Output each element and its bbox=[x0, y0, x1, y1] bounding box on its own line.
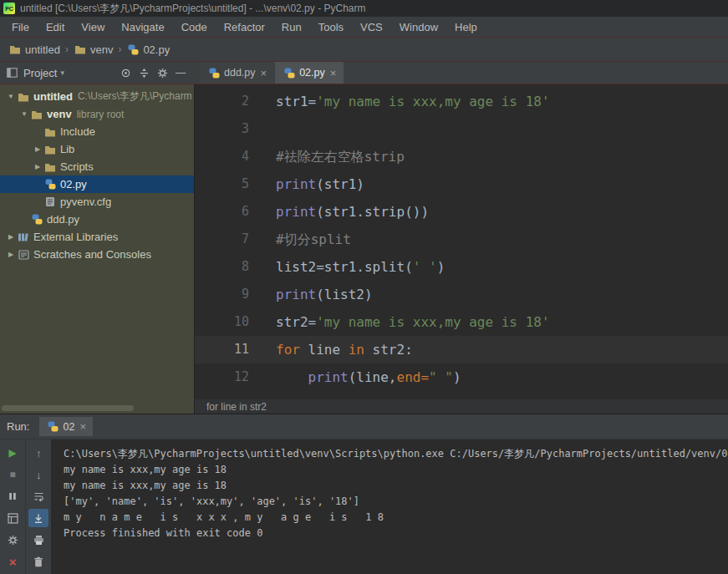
locate-file-button[interactable] bbox=[116, 64, 135, 81]
tree-item-pyvenv.cfg[interactable]: pyvenv.cfg bbox=[0, 193, 194, 211]
up-stack-trace-icon: ↑ bbox=[36, 448, 42, 459]
window-title: untitled [C:\Users\李梦凡\PycharmProjects\u… bbox=[20, 2, 365, 16]
down-stack-trace-button[interactable]: ↓ bbox=[28, 465, 48, 484]
code-line-7[interactable]: 7#切分split bbox=[195, 226, 728, 253]
tree-item-Scripts[interactable]: ▶Scripts bbox=[0, 158, 194, 175]
tree-item-ddd.py[interactable]: ddd.py bbox=[0, 211, 194, 228]
code-line-3[interactable]: 3 bbox=[195, 115, 728, 143]
console-line-4: ['my', 'name', 'is', 'xxx,my', 'age', 'i… bbox=[64, 494, 728, 510]
down-stack-trace-icon: ↓ bbox=[36, 470, 42, 480]
expand-arrow-icon[interactable]: ▶ bbox=[5, 233, 17, 241]
print-icon bbox=[32, 535, 45, 546]
line-number: 7 bbox=[195, 226, 266, 253]
tree-item-Scratches and Consoles[interactable]: ▶Scratches and Consoles bbox=[0, 246, 194, 263]
editor-tab-bar: ddd.py×02.py× bbox=[195, 62, 728, 84]
expand-arrow-icon[interactable]: ▶ bbox=[32, 145, 43, 153]
pause-output-icon bbox=[6, 491, 19, 501]
menu-code[interactable]: Code bbox=[173, 21, 216, 33]
expand-arrow-icon[interactable]: ▼ bbox=[18, 110, 30, 118]
line-number: 11 bbox=[195, 336, 266, 363]
editor-tab-ddd.py[interactable]: ddd.py× bbox=[200, 62, 274, 84]
stop-button[interactable]: ■ bbox=[3, 465, 23, 484]
folder-icon bbox=[43, 162, 57, 172]
scroll-to-end-button[interactable] bbox=[28, 509, 48, 527]
code-text: #切分split bbox=[266, 226, 351, 253]
code-line-5[interactable]: 5print(str1) bbox=[195, 170, 728, 198]
close-run-tab-icon[interactable]: × bbox=[79, 420, 86, 433]
breadcrumb-label: venv bbox=[90, 43, 113, 56]
menu-window[interactable]: Window bbox=[391, 21, 446, 33]
settings-gear-button[interactable] bbox=[153, 64, 171, 81]
expand-arrow-icon[interactable]: ▶ bbox=[5, 251, 17, 258]
code-line-11[interactable]: 11for line in str2: bbox=[195, 336, 728, 363]
code-line-10[interactable]: 10str2='my name is xxx,my age is 18' bbox=[195, 308, 728, 336]
code-line-12[interactable]: 12 print(line,end=" ") bbox=[195, 363, 728, 391]
rerun-icon: ▶ bbox=[9, 448, 17, 458]
run-tab-02[interactable]: 02 × bbox=[39, 417, 93, 436]
folder-icon bbox=[43, 145, 57, 155]
up-stack-trace-button[interactable]: ↑ bbox=[28, 444, 48, 462]
pycharm-logo-icon: PC bbox=[3, 3, 15, 14]
project-panel-header: Project ▾ — bbox=[0, 62, 195, 84]
clear-all-button[interactable] bbox=[28, 552, 48, 571]
breadcrumb-02.py[interactable]: 02.py bbox=[126, 43, 170, 56]
close-tab-icon[interactable]: × bbox=[330, 67, 337, 79]
menu-vcs[interactable]: VCS bbox=[352, 21, 391, 33]
tree-item-Include[interactable]: Include bbox=[0, 123, 194, 140]
folder-icon bbox=[8, 44, 22, 54]
tree-item-untitled[interactable]: ▼untitledC:\Users\李梦凡\Pycharm bbox=[0, 88, 194, 105]
run-body: ▶■× ↑↓ C:\Users\李梦凡\PycharmProjects\unti… bbox=[0, 439, 728, 574]
menu-edit[interactable]: Edit bbox=[38, 21, 73, 33]
tree-item-label: Lib bbox=[60, 143, 74, 155]
menu-view[interactable]: View bbox=[73, 21, 113, 33]
rerun-button[interactable]: ▶ bbox=[3, 444, 23, 462]
code-line-4[interactable]: 4#祛除左右空格strip bbox=[195, 143, 728, 170]
code-text: print(str1) bbox=[266, 170, 364, 198]
code-line-9[interactable]: 9print(list2) bbox=[195, 281, 728, 308]
tree-item-venv[interactable]: ▼venvlibrary root bbox=[0, 105, 194, 123]
tree-item-Lib[interactable]: ▶Lib bbox=[0, 140, 194, 158]
hide-panel-button[interactable]: — bbox=[171, 64, 190, 81]
line-number: 8 bbox=[195, 253, 266, 281]
pause-output-button[interactable] bbox=[3, 487, 23, 505]
code-line-2[interactable]: 2str1='my name is xxx,my age is 18' bbox=[195, 88, 728, 115]
menu-refactor[interactable]: Refactor bbox=[216, 21, 273, 33]
console-output[interactable]: C:\Users\李梦凡\PycharmProjects\untitled\ve… bbox=[52, 439, 728, 574]
collapse-all-button[interactable] bbox=[135, 64, 153, 81]
code-line-6[interactable]: 6print(str1.strip()) bbox=[195, 198, 728, 226]
expand-arrow-icon[interactable]: ▼ bbox=[5, 93, 17, 100]
print-button[interactable] bbox=[28, 531, 48, 549]
main-area: ▼untitledC:\Users\李梦凡\Pycharm▼venvlibrar… bbox=[0, 84, 728, 414]
line-number: 6 bbox=[195, 198, 266, 226]
run-settings-icon bbox=[6, 535, 19, 546]
tree-item-External Libraries[interactable]: ▶External Libraries bbox=[0, 228, 194, 246]
breadcrumb-untitled[interactable]: untitled bbox=[8, 43, 60, 56]
tree-item-label: venv bbox=[47, 108, 72, 120]
scratches-icon bbox=[17, 250, 30, 260]
menu-navigate[interactable]: Navigate bbox=[113, 21, 172, 33]
chevron-down-icon[interactable]: ▾ bbox=[60, 69, 64, 77]
horizontal-scrollbar[interactable] bbox=[2, 405, 134, 411]
run-settings-button[interactable] bbox=[3, 531, 23, 549]
menu-tools[interactable]: Tools bbox=[310, 21, 352, 33]
menu-bar: FileEditViewNavigateCodeRefactorRunTools… bbox=[0, 17, 728, 38]
tree-item-02.py[interactable]: 02.py bbox=[0, 175, 194, 193]
folder-icon bbox=[30, 109, 43, 119]
menu-file[interactable]: File bbox=[3, 21, 38, 33]
restore-layout-button[interactable] bbox=[3, 509, 23, 527]
close-icon: × bbox=[9, 556, 17, 568]
close-tab-icon[interactable]: × bbox=[261, 67, 267, 79]
expand-arrow-icon[interactable]: ▶ bbox=[32, 163, 43, 170]
close-button[interactable]: × bbox=[3, 552, 23, 571]
project-panel-title[interactable]: Project bbox=[23, 67, 57, 79]
soft-wrap-button[interactable] bbox=[28, 487, 48, 505]
menu-run[interactable]: Run bbox=[273, 21, 310, 33]
editor-breadcrumb[interactable]: for line in str2 bbox=[195, 399, 728, 414]
menu-help[interactable]: Help bbox=[446, 21, 486, 33]
editor-tab-02.py[interactable]: 02.py× bbox=[275, 62, 344, 84]
breadcrumb-venv[interactable]: venv bbox=[74, 43, 113, 56]
line-number: 3 bbox=[195, 115, 266, 143]
code-line-8[interactable]: 8list2=str1.split(' ') bbox=[195, 253, 728, 281]
code-editor[interactable]: 2str1='my name is xxx,my age is 18'34#祛除… bbox=[195, 84, 728, 399]
code-text bbox=[266, 115, 276, 143]
